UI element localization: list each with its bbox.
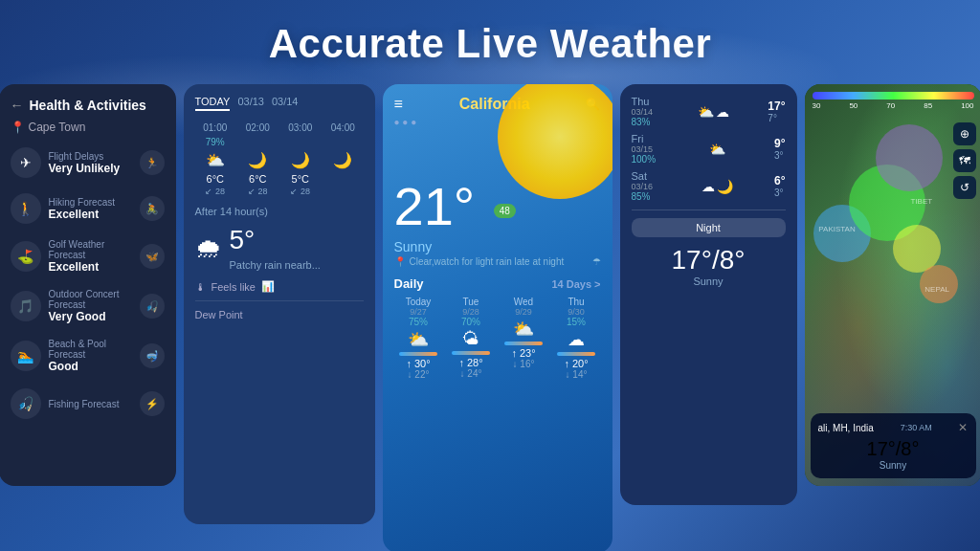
- temp-3: 5°C: [280, 173, 322, 185]
- fri-icon-1: ⛅: [709, 142, 725, 157]
- night-condition: Sunny: [632, 276, 786, 287]
- california-card: ≡ California 🔍 ● ● ● 21° 48 Sunny 📍 Clea…: [383, 84, 612, 551]
- map-refresh-icon[interactable]: ↺: [953, 176, 976, 199]
- fish-icon: 🎣: [140, 294, 165, 319]
- dew-label: Dew Point: [195, 309, 243, 320]
- patchy-weather-icon: 🌧: [195, 232, 222, 264]
- weekly-card: Thu 03/14 83% ⛅ ☁ 17° 7° Fri 03/15 100% …: [620, 84, 797, 505]
- big-temperature: 21° 48: [394, 175, 601, 237]
- map-color-bar: [813, 92, 974, 99]
- lightning-icon: ⚡: [140, 391, 165, 416]
- map-overlay: ali, MH, India 7:30 AM ✕ 17°/8° Sunny: [811, 413, 976, 478]
- day-wed: Wed 9/29 ⛅ ↑ 23° ↓ 16°: [500, 297, 548, 380]
- icon-4: 🌙: [323, 151, 364, 169]
- fishing-icon: 🎣: [11, 388, 41, 419]
- map-zoom-icon[interactable]: ⊕: [953, 122, 976, 145]
- back-icon[interactable]: ←: [11, 98, 24, 113]
- percent-3: [280, 137, 322, 147]
- daily-label: Daily: [394, 276, 424, 291]
- condition-label: Sunny: [394, 239, 601, 254]
- beach-label: Beach & Pool Forecast: [49, 339, 132, 360]
- map-controls: ⊕ 🗺 ↺: [953, 122, 976, 199]
- concert-text: Outdoor Concert Forecast Very Good: [49, 289, 132, 323]
- activity-hiking: 🚶 Hiking Forecast Excellent 🚴: [11, 193, 165, 224]
- sat-icons: ☁ 🌙: [702, 179, 733, 194]
- map-card: 30 50 70 85 100 PAKISTAN TIBET NEPAL ⊕ 🗺…: [805, 84, 981, 486]
- close-icon[interactable]: ✕: [958, 421, 968, 434]
- week-fri-row: Fri 03/15 100% ⛅ 9° 3°: [632, 133, 786, 165]
- day-today: Today 9/27 75% ⛅ ↑ 30° ↓ 22°: [394, 297, 443, 380]
- health-activities-card: ← Health & Activities 📍 Cape Town ✈ Flig…: [0, 84, 176, 486]
- day-columns: Today 9/27 75% ⛅ ↑ 30° ↓ 22° Tue 9/28 70…: [394, 297, 601, 380]
- icon-2: 🌙: [237, 151, 278, 169]
- activity-golf: ⛳ Golf Weather Forecast Excellent 🦋: [11, 239, 165, 274]
- menu-icon[interactable]: ≡: [394, 96, 403, 113]
- fishing-text: Fishing Forecast: [49, 399, 132, 409]
- hour-4: 04:00: [323, 121, 364, 135]
- thermometer-icon: 🌡: [195, 281, 206, 293]
- overlay-condition: Sunny: [818, 460, 969, 471]
- percent-4: [323, 137, 364, 147]
- dive-icon: 🤿: [140, 343, 165, 368]
- cards-row: ← Health & Activities 📍 Cape Town ✈ Flig…: [0, 84, 980, 551]
- tab-today[interactable]: TODAY: [195, 96, 231, 111]
- percent-2: [237, 137, 278, 147]
- flight-text: Flight Delays Very Unlikely: [49, 151, 132, 175]
- temp-bar-0: [399, 352, 438, 356]
- page-title: Accurate Live Weather: [0, 0, 980, 84]
- feels-like-row: 🌡 Feels like 📊: [195, 280, 364, 293]
- bike-icon: 🚴: [140, 196, 165, 221]
- night-temp: 17°/8°: [632, 245, 786, 276]
- card-header: ← Health & Activities: [11, 98, 165, 113]
- daily-header: Daily 14 Days >: [394, 276, 601, 291]
- temp-bar-1: [452, 351, 491, 355]
- hour-3: 03:00: [280, 121, 322, 135]
- thu-icons: ⛅ ☁: [698, 104, 729, 120]
- tab-0314[interactable]: 03/14: [272, 96, 299, 111]
- butterfly-icon: 🦋: [140, 244, 165, 269]
- pin-icon: 📍: [394, 256, 406, 267]
- health-card-title: Health & Activities: [30, 98, 146, 113]
- clear-note: 📍 Clear,watch for light rain late at nig…: [394, 256, 601, 267]
- week-sat-group: Sat 03/16 85%: [632, 170, 660, 202]
- week-thu-row: Thu 03/14 83% ⛅ ☁ 17° 7°: [632, 96, 786, 127]
- overlay-city: ali, MH, India: [818, 423, 874, 433]
- week-fri-group: Fri 03/15 100%: [632, 133, 660, 165]
- percent-1: 79%: [195, 137, 236, 147]
- activity-concert: 🎵 Outdoor Concert Forecast Very Good 🎣: [11, 289, 165, 323]
- concert-value: Very Good: [49, 310, 132, 323]
- dew-point-row: Dew Point: [195, 300, 364, 320]
- patchy-temp-group: 5° Patchy rain nearb...: [230, 225, 321, 271]
- feels-bar-icon: 📊: [261, 280, 275, 293]
- hourly-card: TODAY 03/13 03/14 01:00 02:00 03:00 04:0…: [184, 84, 375, 524]
- icon-1: ⛅: [195, 151, 236, 169]
- hour-2: 02:00: [237, 121, 278, 135]
- day-thu: Thu 9/30 15% ☁ ↑ 20° ↓ 14°: [552, 297, 601, 380]
- days-link[interactable]: 14 Days >: [551, 278, 600, 290]
- hiking-value: Excellent: [49, 208, 132, 221]
- after-hours-label: After 14 hour(s): [195, 206, 364, 217]
- map-color-labels: 30 50 70 85 100: [813, 101, 974, 110]
- flight-value: Very Unlikely: [49, 162, 132, 175]
- wind-4: [323, 187, 364, 196]
- map-layers-icon[interactable]: 🗺: [953, 149, 976, 172]
- patchy-section: 🌧 5° Patchy rain nearb...: [195, 225, 364, 271]
- week-sat-row: Sat 03/16 85% ☁ 🌙 6° 3°: [632, 170, 786, 202]
- temp-bar-3: [557, 352, 596, 356]
- tab-0313[interactable]: 03/13: [237, 96, 264, 111]
- patchy-temp: 5°: [230, 225, 321, 255]
- beach-icon: 🏊: [11, 341, 41, 371]
- golf-text: Golf Weather Forecast Excellent: [49, 239, 132, 274]
- activity-beach: 🏊 Beach & Pool Forecast Good 🤿: [11, 339, 165, 373]
- thu-icon-1: ⛅: [698, 104, 714, 120]
- tabs-row: TODAY 03/13 03/14: [195, 96, 364, 111]
- hike-icon: 🚶: [11, 193, 41, 224]
- concert-icon: 🎵: [11, 291, 41, 321]
- overlay-time: 7:30 AM: [901, 423, 932, 432]
- location-pin-icon: 📍: [11, 121, 25, 134]
- concert-label: Outdoor Concert Forecast: [49, 289, 132, 310]
- flight-label: Flight Delays: [49, 151, 132, 162]
- temp-bar-2: [504, 342, 544, 345]
- night-badge: Night: [632, 218, 786, 237]
- icon-3: 🌙: [280, 151, 322, 169]
